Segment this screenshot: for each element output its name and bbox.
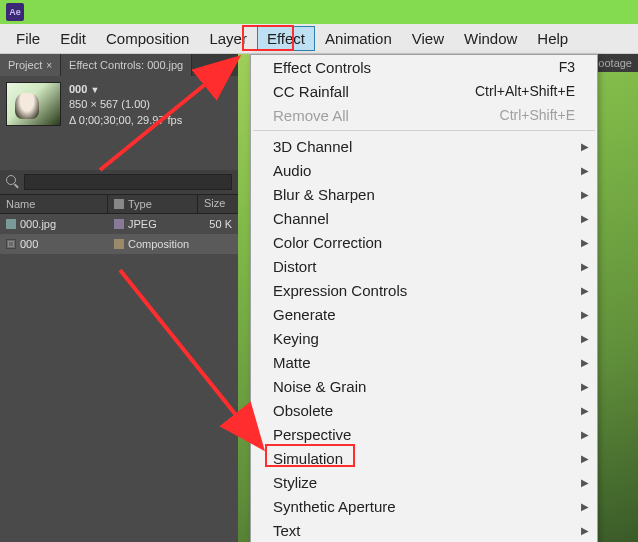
list-item[interactable]: 000.jpg JPEG 50 K <box>0 214 238 234</box>
chevron-right-icon: ▶ <box>581 165 589 176</box>
project-metadata: 000 ▼ 850 × 567 (1.00) Δ 0;00;30;00, 29.… <box>69 82 182 128</box>
menu-item-text[interactable]: Text▶ <box>251 518 597 542</box>
chevron-right-icon: ▶ <box>581 405 589 416</box>
effect-dropdown: Effect Controls F3 CC Rainfall Ctrl+Alt+… <box>250 54 598 542</box>
project-list-header: Name Type Size <box>0 194 238 214</box>
menu-effect[interactable]: Effect <box>257 26 315 51</box>
header-size[interactable]: Size <box>198 195 238 213</box>
footage-tab[interactable]: ootage <box>592 54 638 72</box>
menu-item-3d-channel[interactable]: 3D Channel▶ <box>251 134 597 158</box>
chevron-right-icon: ▶ <box>581 309 589 320</box>
close-icon[interactable]: × <box>46 60 52 71</box>
menu-item-remove-all: Remove All Ctrl+Shift+E <box>251 103 597 127</box>
menu-item-obsolete[interactable]: Obsolete▶ <box>251 398 597 422</box>
menu-item-generate[interactable]: Generate▶ <box>251 302 597 326</box>
panel-tabs: Project× Effect Controls: 000.jpg <box>0 54 238 76</box>
menu-item-perspective[interactable]: Perspective▶ <box>251 422 597 446</box>
search-row <box>0 170 238 194</box>
project-list: 000.jpg JPEG 50 K 000 Composition <box>0 214 238 542</box>
label-swatch <box>114 239 124 249</box>
image-icon <box>6 219 16 229</box>
menu-separator <box>253 130 595 131</box>
menu-item-simulation[interactable]: Simulation▶ <box>251 446 597 470</box>
list-item[interactable]: 000 Composition <box>0 234 238 254</box>
chevron-right-icon: ▶ <box>581 501 589 512</box>
menu-item-distort[interactable]: Distort▶ <box>251 254 597 278</box>
menu-item-keying[interactable]: Keying▶ <box>251 326 597 350</box>
chevron-right-icon: ▶ <box>581 285 589 296</box>
menu-item-color-correction[interactable]: Color Correction▶ <box>251 230 597 254</box>
tab-effect-controls[interactable]: Effect Controls: 000.jpg <box>61 54 192 76</box>
chevron-down-icon[interactable]: ▼ <box>90 85 99 95</box>
chevron-right-icon: ▶ <box>581 333 589 344</box>
label-icon <box>114 199 124 209</box>
project-thumbnail <box>6 82 61 126</box>
chevron-right-icon: ▶ <box>581 477 589 488</box>
chevron-right-icon: ▶ <box>581 261 589 272</box>
menu-item-stylize[interactable]: Stylize▶ <box>251 470 597 494</box>
menu-item-cc-rainfall[interactable]: CC Rainfall Ctrl+Alt+Shift+E <box>251 79 597 103</box>
menu-layer[interactable]: Layer <box>199 26 257 51</box>
menu-help[interactable]: Help <box>527 26 578 51</box>
label-swatch <box>114 219 124 229</box>
menu-item-matte[interactable]: Matte▶ <box>251 350 597 374</box>
chevron-right-icon: ▶ <box>581 525 589 536</box>
menu-item-synthetic-aperture[interactable]: Synthetic Aperture▶ <box>251 494 597 518</box>
menu-bar: File Edit Composition Layer Effect Anima… <box>0 24 638 54</box>
chevron-right-icon: ▶ <box>581 357 589 368</box>
header-type[interactable]: Type <box>108 195 198 213</box>
menu-file[interactable]: File <box>6 26 50 51</box>
chevron-right-icon: ▶ <box>581 213 589 224</box>
search-icon[interactable] <box>6 175 20 189</box>
composition-icon <box>6 239 16 249</box>
menu-item-audio[interactable]: Audio▶ <box>251 158 597 182</box>
chevron-right-icon: ▶ <box>581 237 589 248</box>
chevron-right-icon: ▶ <box>581 141 589 152</box>
menu-item-blur-sharpen[interactable]: Blur & Sharpen▶ <box>251 182 597 206</box>
chevron-right-icon: ▶ <box>581 189 589 200</box>
menu-edit[interactable]: Edit <box>50 26 96 51</box>
menu-item-expression-controls[interactable]: Expression Controls▶ <box>251 278 597 302</box>
search-input[interactable] <box>24 174 232 190</box>
tab-project[interactable]: Project× <box>0 54 61 76</box>
chevron-right-icon: ▶ <box>581 453 589 464</box>
menu-view[interactable]: View <box>402 26 454 51</box>
header-name[interactable]: Name <box>0 195 108 213</box>
chevron-right-icon: ▶ <box>581 429 589 440</box>
menu-composition[interactable]: Composition <box>96 26 199 51</box>
menu-window[interactable]: Window <box>454 26 527 51</box>
app-icon: Ae <box>6 3 24 21</box>
project-info: 000 ▼ 850 × 567 (1.00) Δ 0;00;30;00, 29.… <box>0 76 238 134</box>
menu-animation[interactable]: Animation <box>315 26 402 51</box>
project-panel: Project× Effect Controls: 000.jpg 000 ▼ … <box>0 54 238 542</box>
chevron-right-icon: ▶ <box>581 381 589 392</box>
menu-item-noise-grain[interactable]: Noise & Grain▶ <box>251 374 597 398</box>
title-bar: Ae <box>0 0 638 24</box>
menu-item-channel[interactable]: Channel▶ <box>251 206 597 230</box>
menu-item-effect-controls[interactable]: Effect Controls F3 <box>251 55 597 79</box>
